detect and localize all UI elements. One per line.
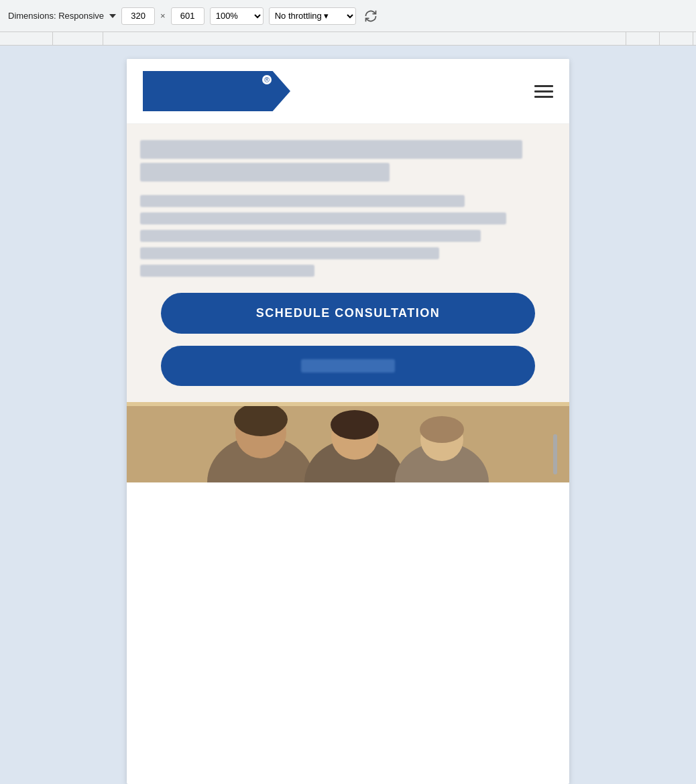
rotate-icon (364, 9, 378, 23)
rotate-button[interactable] (361, 7, 380, 25)
zoom-select[interactable]: 100% ▾ 25% 50% 75% 100% 125% 150% (210, 7, 264, 25)
blurred-content-line-3 (140, 230, 481, 242)
hamburger-line-1 (534, 85, 553, 87)
blurred-content-line-1 (140, 195, 465, 207)
logo (143, 71, 290, 111)
ruler-cell-5 (660, 32, 693, 45)
blurred-content-line-4 (140, 247, 439, 259)
blurred-title-line-1 (140, 140, 522, 159)
svg-rect-10 (127, 406, 569, 482)
ruler-row (0, 32, 696, 46)
mobile-content: SCHEDULE CONSULTATION (127, 124, 569, 402)
people-image (127, 406, 569, 482)
blurred-content-line-5 (140, 265, 314, 277)
blurred-content-line-2 (140, 212, 506, 224)
mobile-frame: SCHEDULE CONSULTATION (127, 59, 569, 784)
blurred-title-line-2 (140, 163, 390, 182)
ruler-cell-1 (3, 32, 53, 45)
throttle-select[interactable]: No throttling ▾ Fast 3G Slow 3G Offline (269, 7, 356, 25)
people-illustration (127, 406, 569, 482)
devtools-toolbar: Dimensions: Responsive × 100% ▾ 25% 50% … (0, 0, 696, 32)
ruler-cell-4 (626, 32, 660, 45)
viewport-area: SCHEDULE CONSULTATION (0, 46, 696, 784)
width-input[interactable] (121, 7, 155, 25)
ruler-cell-2 (53, 32, 103, 45)
mobile-header (127, 59, 569, 124)
height-input[interactable] (171, 7, 205, 25)
ruler-cell-3 (103, 32, 626, 45)
dimension-separator: × (160, 11, 166, 21)
dimensions-label: Dimensions: Responsive (8, 11, 104, 21)
ruler-cells (3, 32, 693, 45)
scrollbar-indicator[interactable] (553, 434, 557, 474)
dropdown-arrow-dimensions-icon (109, 14, 116, 18)
hamburger-line-2 (534, 90, 553, 92)
hamburger-menu-button[interactable] (534, 85, 553, 98)
second-cta-button[interactable] (161, 346, 535, 386)
second-button-blurred-label (301, 359, 395, 373)
schedule-consultation-button[interactable]: SCHEDULE CONSULTATION (161, 293, 535, 334)
hamburger-line-3 (534, 96, 553, 98)
bottom-image-strip (127, 402, 569, 482)
